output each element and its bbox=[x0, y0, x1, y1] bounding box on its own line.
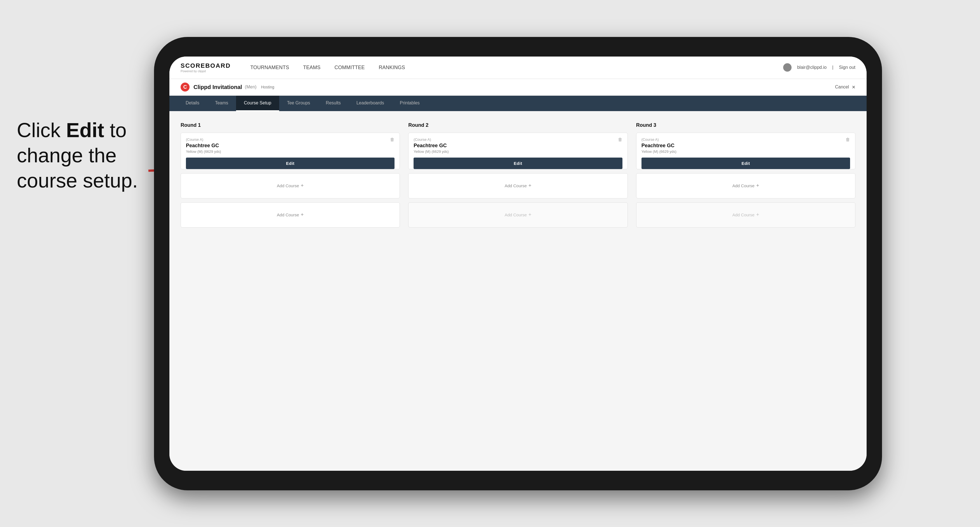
separator: | bbox=[832, 65, 833, 70]
user-email: blair@clippd.io bbox=[797, 65, 827, 70]
round-2-title: Round 2 bbox=[408, 122, 627, 128]
nav-teams[interactable]: TEAMS bbox=[303, 65, 321, 70]
tab-leaderboards[interactable]: Leaderboards bbox=[348, 96, 392, 111]
round-3-column: Round 3 🗑 (Course A) Peachtree GC Yellow… bbox=[636, 122, 855, 232]
sub-header-actions: Cancel ✕ bbox=[835, 84, 855, 90]
round-1-add-course-label-2: Add Course + bbox=[277, 212, 304, 218]
round-3-delete-icon[interactable]: 🗑 bbox=[845, 136, 851, 143]
main-nav: TOURNAMENTS TEAMS COMMITTEE RANKINGS bbox=[250, 65, 405, 70]
tablet-frame: SCOREBOARD Powered by clippd TOURNAMENTS… bbox=[154, 37, 882, 490]
round-1-course-name: Peachtree GC bbox=[186, 143, 395, 149]
tab-course-setup[interactable]: Course Setup bbox=[236, 96, 279, 111]
round-1-add-course-label-1: Add Course + bbox=[277, 183, 304, 189]
logo-area: SCOREBOARD Powered by clippd bbox=[181, 62, 231, 73]
round-3-plus-icon-2: + bbox=[756, 212, 759, 218]
round-3-add-course-2: Add Course + bbox=[636, 202, 855, 227]
round-2-course-label: (Course A) bbox=[414, 137, 622, 141]
tab-printables[interactable]: Printables bbox=[392, 96, 428, 111]
round-2-edit-button[interactable]: Edit bbox=[414, 157, 622, 169]
tournament-gender: (Men) bbox=[245, 84, 256, 90]
tournament-name: Clippd Invitational bbox=[194, 84, 242, 90]
round-2-delete-icon[interactable]: 🗑 bbox=[617, 136, 624, 143]
round-3-plus-icon-1: + bbox=[756, 183, 759, 189]
round-3-course-label: (Course A) bbox=[641, 137, 850, 141]
top-nav-right: blair@clippd.io | Sign out bbox=[783, 63, 855, 71]
top-nav: SCOREBOARD Powered by clippd TOURNAMENTS… bbox=[169, 57, 867, 79]
scoreboard-logo: SCOREBOARD bbox=[181, 62, 231, 70]
round-3-add-course-label-2: Add Course + bbox=[732, 212, 759, 218]
cancel-button[interactable]: Cancel bbox=[835, 84, 849, 90]
tab-details[interactable]: Details bbox=[178, 96, 207, 111]
round-1-course-details: Yellow (M) (6629 yds) bbox=[186, 149, 395, 154]
annotation-text: Click Edit tochange thecourse setup. bbox=[17, 117, 138, 193]
round-2-plus-icon-1: + bbox=[528, 183, 531, 189]
round-1-course-label: (Course A) bbox=[186, 137, 395, 141]
round-3-add-course-1[interactable]: Add Course + bbox=[636, 173, 855, 198]
round-2-course-name: Peachtree GC bbox=[414, 143, 622, 149]
tournament-logo: C bbox=[181, 83, 189, 92]
round-2-column: Round 2 🗑 (Course A) Peachtree GC Yellow… bbox=[408, 122, 627, 232]
round-2-plus-icon-2: + bbox=[528, 212, 531, 218]
rounds-container: Round 1 🗑 (Course A) Peachtree GC Yellow… bbox=[181, 122, 855, 232]
round-2-add-course-label-1: Add Course + bbox=[504, 183, 531, 189]
nav-rankings[interactable]: RANKINGS bbox=[379, 65, 405, 70]
round-1-edit-button[interactable]: Edit bbox=[186, 157, 395, 169]
powered-by: Powered by clippd bbox=[181, 70, 231, 73]
tab-tee-groups[interactable]: Tee Groups bbox=[279, 96, 318, 111]
round-1-add-course-1[interactable]: Add Course + bbox=[181, 173, 400, 198]
round-1-plus-icon-2: + bbox=[301, 212, 304, 218]
main-content: Round 1 🗑 (Course A) Peachtree GC Yellow… bbox=[169, 111, 867, 471]
tab-teams[interactable]: Teams bbox=[207, 96, 236, 111]
round-2-add-course-label-2: Add Course + bbox=[504, 212, 531, 218]
round-2-add-course-1[interactable]: Add Course + bbox=[408, 173, 627, 198]
round-2-add-course-2: Add Course + bbox=[408, 202, 627, 227]
annotation-bold: Edit bbox=[66, 119, 104, 141]
round-1-course-card: 🗑 (Course A) Peachtree GC Yellow (M) (66… bbox=[181, 133, 400, 169]
tablet-screen: SCOREBOARD Powered by clippd TOURNAMENTS… bbox=[169, 57, 867, 471]
round-2-course-details: Yellow (M) (6629 yds) bbox=[414, 149, 622, 154]
round-3-add-course-label-1: Add Course + bbox=[732, 183, 759, 189]
sign-out-link[interactable]: Sign out bbox=[839, 65, 855, 70]
round-1-title: Round 1 bbox=[181, 122, 400, 128]
round-3-title: Round 3 bbox=[636, 122, 855, 128]
tab-bar: Details Teams Course Setup Tee Groups Re… bbox=[169, 96, 867, 111]
round-3-edit-button[interactable]: Edit bbox=[641, 157, 850, 169]
cancel-x[interactable]: ✕ bbox=[852, 84, 855, 90]
round-1-column: Round 1 🗑 (Course A) Peachtree GC Yellow… bbox=[181, 122, 400, 232]
sub-header: C Clippd Invitational (Men) Hosting Canc… bbox=[169, 79, 867, 96]
hosting-badge: Hosting bbox=[261, 85, 274, 89]
round-3-course-details: Yellow (M) (6629 yds) bbox=[641, 149, 850, 154]
avatar bbox=[783, 63, 792, 71]
round-2-course-card: 🗑 (Course A) Peachtree GC Yellow (M) (66… bbox=[408, 133, 627, 169]
round-3-course-name: Peachtree GC bbox=[641, 143, 850, 149]
round-1-plus-icon-1: + bbox=[301, 183, 304, 189]
nav-committee[interactable]: COMMITTEE bbox=[335, 65, 365, 70]
round-1-add-course-2[interactable]: Add Course + bbox=[181, 202, 400, 227]
round-1-delete-icon[interactable]: 🗑 bbox=[389, 136, 396, 143]
nav-tournaments[interactable]: TOURNAMENTS bbox=[250, 65, 289, 70]
tab-results[interactable]: Results bbox=[318, 96, 348, 111]
round-3-course-card: 🗑 (Course A) Peachtree GC Yellow (M) (66… bbox=[636, 133, 855, 169]
